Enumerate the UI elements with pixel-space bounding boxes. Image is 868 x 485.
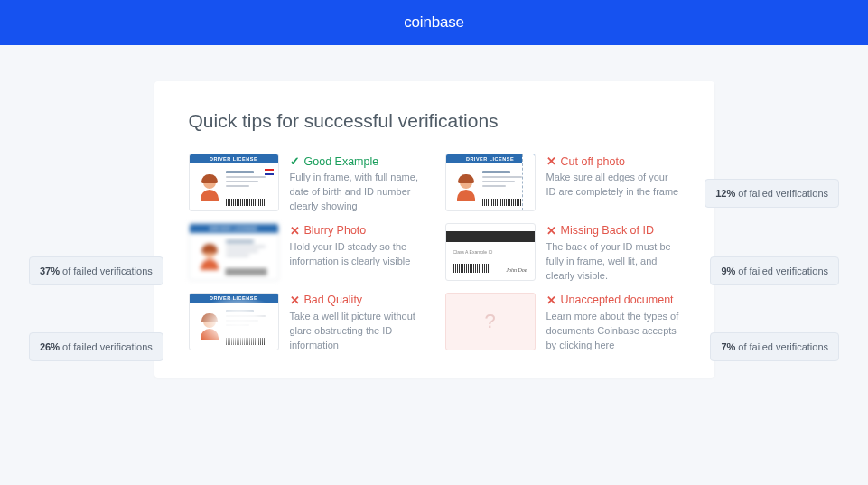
stat-callout: 7% of failed verifications <box>710 332 839 361</box>
tip-desc: Take a well lit picture without glare ob… <box>290 310 424 353</box>
tip-desc: The back of your ID must be fully in fra… <box>546 240 680 284</box>
stat-callout: 9% of failed verifications <box>710 256 839 285</box>
tip-label: Blurry Photo <box>304 224 367 237</box>
tip-label: Cut off photo <box>561 155 625 168</box>
tip-bad-quality: DRIVER LICENSE ✕ Bad Quality Take a well… <box>189 293 424 353</box>
tip-label: Good Example <box>304 155 379 168</box>
tips-card: Quick tips for successful verifications … <box>154 81 714 378</box>
tip-unaccepted: ? ✕ Unaccepted document Learn more about… <box>445 293 680 353</box>
x-icon: ✕ <box>290 224 300 238</box>
stat-callout: 12% of failed verifications <box>705 179 839 208</box>
app-header: coinbase <box>0 0 868 45</box>
check-icon: ✓ <box>290 154 300 168</box>
question-icon: ? <box>484 310 495 333</box>
x-icon: ✕ <box>546 154 556 168</box>
stat-text: of failed verifications <box>60 266 153 276</box>
stat-percent: 9% <box>721 266 735 276</box>
tip-title: ✕ Unaccepted document <box>546 294 680 307</box>
stat-text: of failed verifications <box>735 341 828 352</box>
tip-cutoff: DRIVER LICENSE ✕ Cut off photo Make sure… <box>445 154 680 214</box>
stat-callout: 37% of failed verifications <box>29 256 163 285</box>
x-icon: ✕ <box>290 294 300 307</box>
stat-percent: 26% <box>40 341 60 352</box>
tip-desc: Learn more about the types of documents … <box>546 310 680 353</box>
tip-good-example: DRIVER LICENSE ✓ Good Example Fully in f… <box>189 154 424 214</box>
tip-title: ✕ Missing Back of ID <box>546 224 680 238</box>
stat-percent: 37% <box>40 266 60 276</box>
stat-percent: 7% <box>721 341 735 352</box>
tip-label: Bad Quality <box>304 294 363 306</box>
tip-title: ✕ Bad Quality <box>290 294 424 307</box>
stat-percent: 12% <box>715 188 735 199</box>
page-title: Quick tips for successful verifications <box>189 110 680 132</box>
brand-logo: coinbase <box>404 14 463 32</box>
tip-blurry: DRIVER LICENSE ✕ Blurry Photo Hold your … <box>189 223 424 284</box>
tip-missing-back: Class A Example ID John Doe ✕ Missing Ba… <box>445 223 680 284</box>
id-header: DRIVER LICENSE <box>190 154 278 163</box>
stat-text: of failed verifications <box>735 266 828 276</box>
back-text: Class A Example ID <box>453 249 493 255</box>
id-thumb-blurry: DRIVER LICENSE <box>189 223 279 281</box>
stat-text: of failed verifications <box>60 341 153 352</box>
x-icon: ✕ <box>546 224 556 238</box>
id-thumb-good: DRIVER LICENSE <box>189 154 279 211</box>
stat-callout: 26% of failed verifications <box>29 332 163 361</box>
tip-label: Missing Back of ID <box>561 224 655 237</box>
id-header: DRIVER LICENSE <box>190 294 278 303</box>
id-thumb-glare: DRIVER LICENSE <box>189 293 279 350</box>
tip-title: ✕ Blurry Photo <box>290 224 424 238</box>
tip-label: Unaccepted document <box>561 294 674 306</box>
tip-desc: Fully in frame, with full name, date of … <box>290 171 424 214</box>
tip-desc: Make sure all edges of your ID are compl… <box>546 171 680 200</box>
tip-desc: Hold your ID steady so the information i… <box>290 240 424 269</box>
tip-title: ✕ Cut off photo <box>546 154 680 168</box>
accepted-docs-link[interactable]: clicking here <box>559 340 614 350</box>
id-header: DRIVER LICENSE <box>190 224 278 233</box>
back-signature: John Doe <box>506 267 527 273</box>
x-icon: ✕ <box>546 294 556 307</box>
id-thumb-cutoff: DRIVER LICENSE <box>445 154 536 211</box>
id-thumb-back: Class A Example ID John Doe <box>445 223 536 281</box>
tip-title: ✓ Good Example <box>290 154 424 168</box>
stat-text: of failed verifications <box>735 188 828 199</box>
id-thumb-unaccepted: ? <box>445 293 536 350</box>
tips-grid: DRIVER LICENSE ✓ Good Example Fully in f… <box>189 154 680 352</box>
